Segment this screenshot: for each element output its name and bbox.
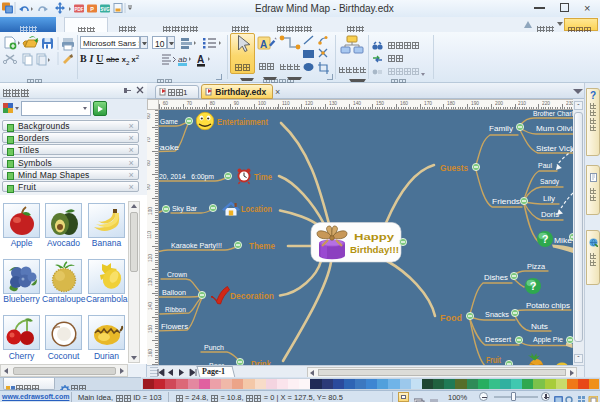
svg-text:Ribbon: Ribbon bbox=[165, 305, 186, 314]
svg-text:Happy: Happy bbox=[354, 232, 394, 242]
svg-text:Friends: Friends bbox=[492, 197, 520, 206]
svg-text:Time: Time bbox=[254, 172, 272, 182]
svg-text:Flowers: Flowers bbox=[161, 322, 188, 331]
svg-text:?: ? bbox=[542, 233, 549, 245]
svg-text:A: A bbox=[260, 39, 267, 50]
svg-text:Lily: Lily bbox=[543, 194, 555, 203]
svg-text:Doris: Doris bbox=[541, 210, 559, 219]
svg-text:Food: Food bbox=[440, 313, 462, 323]
svg-text:Family: Family bbox=[489, 124, 513, 133]
svg-text:Theme: Theme bbox=[249, 241, 275, 251]
svg-text:ab: ab bbox=[178, 55, 187, 64]
svg-text:A: A bbox=[197, 54, 204, 65]
svg-text:Mum Olivia: Mum Olivia bbox=[536, 124, 573, 133]
svg-text:Entertainment: Entertainment bbox=[217, 117, 268, 127]
svg-text:Decoration: Decoration bbox=[230, 291, 274, 301]
svg-text:Pizza: Pizza bbox=[527, 262, 546, 271]
svg-text:Dessert: Dessert bbox=[485, 335, 512, 344]
svg-text:Dishes: Dishes bbox=[484, 273, 508, 282]
svg-text:SVG: SVG bbox=[100, 7, 110, 12]
svg-text:Game: Game bbox=[160, 117, 178, 126]
svg-text:Crown: Crown bbox=[167, 270, 187, 279]
svg-text:P: P bbox=[90, 6, 94, 12]
svg-text:Karaoke Party!!!: Karaoke Party!!! bbox=[171, 241, 222, 250]
svg-text:Sandy: Sandy bbox=[540, 177, 559, 186]
svg-text:20, 2014 6:00pm: 20, 2014 6:00pm bbox=[159, 172, 214, 181]
svg-text:Mike: Mike bbox=[554, 236, 572, 245]
svg-text:Apple Pie: Apple Pie bbox=[533, 335, 563, 344]
svg-text:PDF: PDF bbox=[75, 7, 84, 12]
svg-text:Birthday!!!: Birthday!!! bbox=[350, 245, 399, 255]
svg-text:Sister Vicky: Sister Vicky bbox=[536, 144, 573, 153]
svg-text:Paul: Paul bbox=[538, 161, 552, 170]
svg-text:Balloon: Balloon bbox=[162, 288, 186, 297]
svg-text:Location: Location bbox=[241, 204, 272, 214]
svg-text:Brother Charl: Brother Charl bbox=[533, 110, 573, 118]
svg-text:Karaoke: Karaoke bbox=[159, 143, 179, 152]
svg-text:Sky Bar: Sky Bar bbox=[172, 204, 197, 213]
svg-text:Snacks: Snacks bbox=[485, 310, 509, 319]
svg-text:?: ? bbox=[530, 280, 537, 292]
svg-text:Guests: Guests bbox=[440, 163, 468, 173]
svg-text:Potato chips: Potato chips bbox=[526, 301, 570, 310]
svg-text:Nuts: Nuts bbox=[531, 322, 548, 331]
svg-text:Punch: Punch bbox=[204, 343, 224, 352]
svg-text:Fruit: Fruit bbox=[486, 355, 501, 365]
